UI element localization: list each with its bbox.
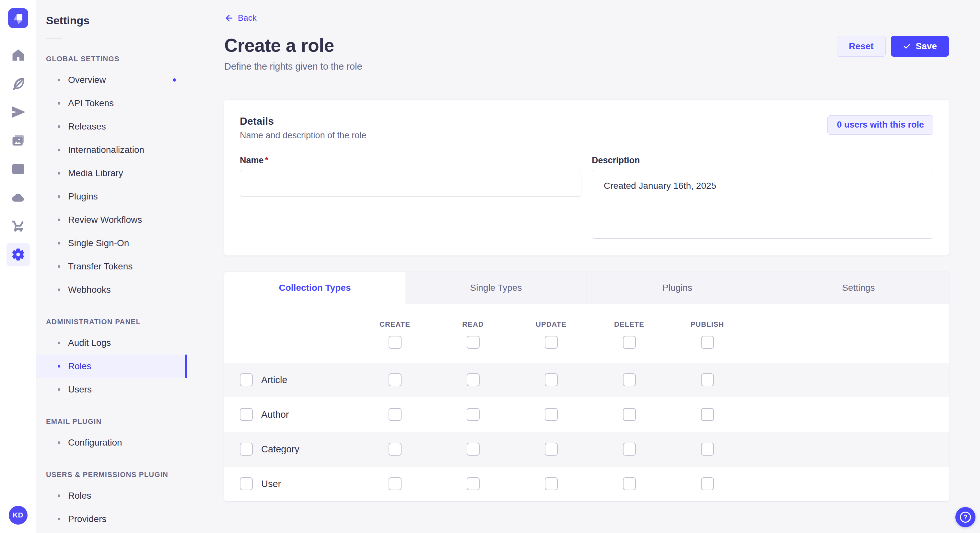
sidebar-item-review-workflows[interactable]: Review Workflows <box>36 208 187 232</box>
sidebar-item-label: Webhooks <box>68 285 111 295</box>
rail-icon-list <box>0 36 36 266</box>
strapi-logo[interactable] <box>8 8 28 28</box>
bullet-icon <box>58 289 60 291</box>
description-input[interactable]: Created January 16th, 2025 <box>592 170 933 239</box>
table-row-category: Category <box>224 432 949 466</box>
select-all-delete-checkbox[interactable] <box>623 336 636 349</box>
permission-checkbox[interactable] <box>388 408 401 421</box>
bullet-icon <box>58 342 60 344</box>
tab-collection-types[interactable]: Collection Types <box>224 272 406 304</box>
permission-checkbox[interactable] <box>467 373 480 386</box>
permission-checkbox[interactable] <box>701 408 714 421</box>
select-all-read-checkbox[interactable] <box>467 336 480 349</box>
sidebar-item-label: Audit Logs <box>68 338 111 348</box>
bullet-icon <box>58 79 60 81</box>
select-all-publish-checkbox[interactable] <box>701 336 714 349</box>
row-label: Category <box>261 444 299 455</box>
media-library-images-icon[interactable] <box>6 129 30 152</box>
permission-checkbox[interactable] <box>388 373 401 386</box>
permission-checkbox[interactable] <box>623 373 636 386</box>
tab-plugins[interactable]: Plugins <box>587 272 768 304</box>
permission-checkbox[interactable] <box>701 477 714 490</box>
permission-checkbox[interactable] <box>467 477 480 490</box>
permission-checkbox[interactable] <box>545 408 558 421</box>
sidebar-item-single-sign-on[interactable]: Single Sign-On <box>36 232 187 255</box>
permission-checkbox[interactable] <box>701 443 714 455</box>
permission-checkbox[interactable] <box>545 477 558 490</box>
marketplace-cart-icon[interactable] <box>6 214 30 238</box>
row-select-checkbox[interactable] <box>240 408 253 421</box>
sidebar-item-internationalization[interactable]: Internationalization <box>36 138 187 162</box>
avatar[interactable]: KD <box>9 506 27 525</box>
permission-checkbox[interactable] <box>545 443 558 455</box>
sidebar-item-releases[interactable]: Releases <box>36 115 187 138</box>
arrow-left-icon <box>224 13 234 23</box>
notification-dot <box>173 78 176 82</box>
bullet-icon <box>58 495 60 497</box>
save-label: Save <box>916 41 937 51</box>
bullet-icon <box>58 102 60 105</box>
permission-checkbox[interactable] <box>388 443 401 455</box>
sidebar-item-configuration[interactable]: Configuration <box>36 431 187 454</box>
sidebar-item-overview[interactable]: Overview <box>36 68 187 92</box>
bullet-icon <box>58 219 60 221</box>
row-label: User <box>261 479 281 489</box>
row-label: Author <box>261 409 289 420</box>
permissions-card: Collection Types Single Types Plugins Se… <box>224 272 949 501</box>
row-select-checkbox[interactable] <box>240 443 253 455</box>
section-title-email-plugin: EMAIL PLUGIN <box>46 417 177 426</box>
tab-single-types[interactable]: Single Types <box>406 272 587 304</box>
sidebar-item-label: Releases <box>68 121 106 132</box>
sidebar-item-label: API Tokens <box>68 98 114 108</box>
select-all-create-checkbox[interactable] <box>388 336 401 349</box>
sidebar-item-users[interactable]: Users <box>36 378 187 401</box>
sidebar-item-up-roles[interactable]: Roles <box>36 484 187 508</box>
permission-checkbox[interactable] <box>467 408 480 421</box>
permission-checkbox[interactable] <box>467 443 480 455</box>
section-title-users-permissions-plugin: USERS & PERMISSIONS PLUGIN <box>46 471 177 479</box>
name-input[interactable] <box>240 170 581 197</box>
sidebar-item-api-tokens[interactable]: API Tokens <box>36 92 187 115</box>
permission-checkbox[interactable] <box>388 477 401 490</box>
column-header-delete: DELETE <box>614 320 644 329</box>
permission-checkbox[interactable] <box>623 443 636 455</box>
sidebar-item-media-library[interactable]: Media Library <box>36 162 187 185</box>
row-select-checkbox[interactable] <box>240 373 253 386</box>
permission-checkbox[interactable] <box>701 373 714 386</box>
users-with-role-button[interactable]: 0 users with this role <box>827 115 933 135</box>
sidebar-item-webhooks[interactable]: Webhooks <box>36 278 187 301</box>
sidebar-item-providers[interactable]: Providers <box>36 508 187 531</box>
back-link[interactable]: Back <box>224 13 257 23</box>
settings-gear-icon[interactable] <box>6 243 30 266</box>
deploy-cloud-icon[interactable] <box>6 186 30 209</box>
sidebar-item-label: Overview <box>68 75 106 85</box>
content-feather-icon[interactable] <box>6 72 30 95</box>
permissions-header-row: CREATE READ UPDATE DELETE PUBLISH <box>224 304 949 363</box>
tab-settings[interactable]: Settings <box>768 272 949 304</box>
sidebar-item-transfer-tokens[interactable]: Transfer Tokens <box>36 255 187 278</box>
sidebar-item-label: Roles <box>68 361 91 371</box>
bullet-icon <box>58 149 60 151</box>
logo-cell <box>0 0 36 36</box>
column-header-publish: PUBLISH <box>690 320 724 329</box>
select-all-update-checkbox[interactable] <box>545 336 558 349</box>
save-button[interactable]: Save <box>891 36 949 57</box>
row-select-checkbox[interactable] <box>240 477 253 490</box>
sidebar-item-audit-logs[interactable]: Audit Logs <box>36 331 187 355</box>
reset-button[interactable]: Reset <box>837 36 885 57</box>
release-paper-plane-icon[interactable] <box>6 100 30 124</box>
sidebar-item-label: Users <box>68 384 92 395</box>
help-button[interactable]: ? <box>955 507 975 527</box>
permission-checkbox[interactable] <box>623 477 636 490</box>
bullet-icon <box>58 518 60 520</box>
sidebar-item-plugins[interactable]: Plugins <box>36 185 187 208</box>
content-type-layout-icon[interactable] <box>6 157 30 181</box>
back-label: Back <box>238 13 257 23</box>
sidebar-item-label: Single Sign-On <box>68 238 129 248</box>
home-icon[interactable] <box>6 43 30 67</box>
permission-checkbox[interactable] <box>545 373 558 386</box>
permission-checkbox[interactable] <box>623 408 636 421</box>
sidebar-item-label: Media Library <box>68 168 123 178</box>
main-nav-rail: KD <box>0 0 36 533</box>
sidebar-item-roles[interactable]: Roles <box>36 355 187 378</box>
